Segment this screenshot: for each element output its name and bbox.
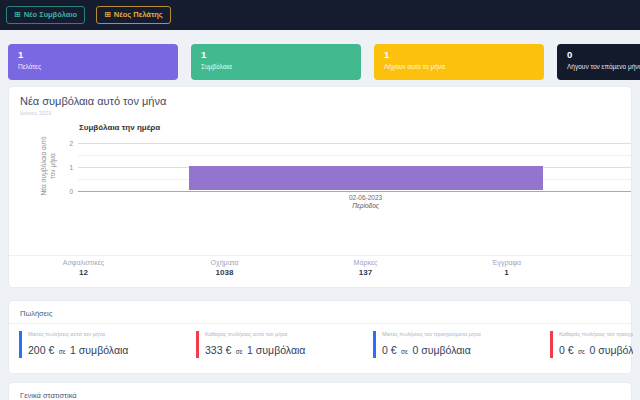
sale-contracts: 1 συμβόλαια <box>70 344 128 356</box>
kpi-expiring-next-month[interactable]: 0 Λήγουν τον επόμενο μήνα <box>557 44 640 80</box>
chart-y-axis-label: Νέα συμβόλαια αυτό τον μήνα <box>40 136 60 196</box>
sales-card: Πωλήσεις Μικτές πωλήσεις αυτό τον μήνα 2… <box>8 300 632 374</box>
x-axis-line <box>78 191 631 192</box>
y-tick: 1 <box>61 164 73 171</box>
kpi-value: 1 <box>384 49 534 60</box>
general-statistics-card: Γενικά στατιστικά <box>8 382 632 400</box>
sale-label: Μικτές πωλήσεις τον προηγούμενο μήνα <box>382 331 539 337</box>
sale-separator: σε <box>236 348 243 355</box>
stat-label: Οχήματα <box>154 259 295 266</box>
chart-card-subtitle: Ιούνιος 2023 <box>20 110 51 116</box>
top-navbar: ⊞ Νέο Συμβόλαιο ⊞ Νέος Πελάτης <box>0 0 640 30</box>
sale-amount: 200 € <box>28 344 54 356</box>
sale-label: Καθαρές πωλήσεις αυτό τον μήνα <box>205 331 362 337</box>
kpi-label: Πελάτες <box>18 63 168 70</box>
kpi-label: Λήγουν τον επόμενο μήνα <box>567 63 640 70</box>
kpi-row: 1 Πελάτες 1 Συμβόλαια 1 Λήγουν αυτό το μ… <box>8 44 640 80</box>
divider <box>9 323 631 324</box>
add-icon: ⊞ <box>14 11 21 19</box>
stat-label: Χ <box>577 259 640 266</box>
x-tick-date: 02-06-2023 <box>349 194 382 201</box>
sale-label: Μικτές πωλήσεις αυτό τον μήνα <box>28 331 185 337</box>
sale-separator: σε <box>578 348 585 355</box>
sale-contracts: 0 συμβόλαια <box>589 344 633 356</box>
kpi-clients[interactable]: 1 Πελάτες <box>8 44 178 80</box>
add-icon: ⊞ <box>104 11 111 19</box>
bar-chart-plot-area: 2 1 0 02-06-2023 Περίοδος <box>78 143 631 191</box>
general-statistics-title: Γενικά στατιστικά <box>9 383 631 400</box>
y-tick: 0 <box>61 188 73 195</box>
sale-amount: 333 € <box>205 344 231 356</box>
sale-amount: 0 € <box>559 344 574 356</box>
sale-value: 333 € σε 1 συμβόλαια <box>205 340 362 358</box>
kpi-label: Συμβόλαια <box>201 63 351 70</box>
new-contract-button[interactable]: ⊞ Νέο Συμβόλαιο <box>6 6 85 24</box>
new-client-button[interactable]: ⊞ Νέος Πελάτης <box>96 6 171 24</box>
new-client-label: Νέος Πελάτης <box>114 11 163 19</box>
chart-card-title: Νέα συμβόλαια αυτό τον μήνα <box>20 95 166 107</box>
chart-bar[interactable] <box>189 166 543 190</box>
stat-value: 137 <box>295 268 436 277</box>
y-tick: 2 <box>61 140 73 147</box>
stat-brands: Μάρκες 137 <box>295 259 436 277</box>
sale-contracts: 1 συμβόλαια <box>247 344 305 356</box>
gridline <box>78 143 631 144</box>
sale-amount: 0 € <box>382 344 397 356</box>
stat-value: 1038 <box>154 268 295 277</box>
divider <box>9 255 631 256</box>
sale-label: Καθαρές πωλήσεις τον προηγούμενο μήνα <box>559 331 633 337</box>
stat-documents: Έγγραφα 1 <box>436 259 577 277</box>
kpi-value: 1 <box>201 49 351 60</box>
chart-x-axis-label: Περίοδος <box>352 202 379 209</box>
new-contract-label: Νέο Συμβόλαιο <box>24 11 77 19</box>
stat-label: Έγγραφα <box>436 259 577 266</box>
stat-clipped: Χ <box>577 259 640 277</box>
sales-row: Μικτές πωλήσεις αυτό τον μήνα 200 € σε 1… <box>9 331 633 358</box>
kpi-contracts[interactable]: 1 Συμβόλαια <box>191 44 361 80</box>
chart-series-title: Συμβόλαια την ημέρα <box>79 123 160 132</box>
sale-net-last-month: Καθαρές πωλήσεις τον προηγούμενο μήνα 0 … <box>550 331 633 358</box>
gridline <box>78 155 631 156</box>
kpi-value: 0 <box>567 49 640 60</box>
sale-separator: σε <box>401 348 408 355</box>
totals-strip: Ασφαλιστικές 12 Οχήματα 1038 Μάρκες 137 … <box>13 259 640 277</box>
stat-value: 12 <box>13 268 154 277</box>
stat-label: Μάρκες <box>295 259 436 266</box>
kpi-expiring-this-month[interactable]: 1 Λήγουν αυτό το μήνα <box>374 44 544 80</box>
sale-value: 0 € σε 0 συμβόλαια <box>382 340 539 358</box>
sale-separator: σε <box>59 348 66 355</box>
sale-contracts: 0 συμβόλαια <box>412 344 470 356</box>
sales-section-title: Πωλήσεις <box>9 301 631 318</box>
stat-value: 1 <box>436 268 577 277</box>
sale-value: 0 € σε 0 συμβόλαια <box>559 340 633 358</box>
stat-label: Ασφαλιστικές <box>13 259 154 266</box>
kpi-value: 1 <box>18 49 168 60</box>
sale-gross-last-month: Μικτές πωλήσεις τον προηγούμενο μήνα 0 €… <box>373 331 539 358</box>
sale-value: 200 € σε 1 συμβόλαια <box>28 340 185 358</box>
sale-net-this-month: Καθαρές πωλήσεις αυτό τον μήνα 333 € σε … <box>196 331 362 358</box>
stat-insurers: Ασφαλιστικές 12 <box>13 259 154 277</box>
kpi-label: Λήγουν αυτό το μήνα <box>384 63 534 70</box>
new-contracts-chart-card: Νέα συμβόλαια αυτό τον μήνα Ιούνιος 2023… <box>8 86 632 288</box>
sale-gross-this-month: Μικτές πωλήσεις αυτό τον μήνα 200 € σε 1… <box>19 331 185 358</box>
stat-vehicles: Οχήματα 1038 <box>154 259 295 277</box>
